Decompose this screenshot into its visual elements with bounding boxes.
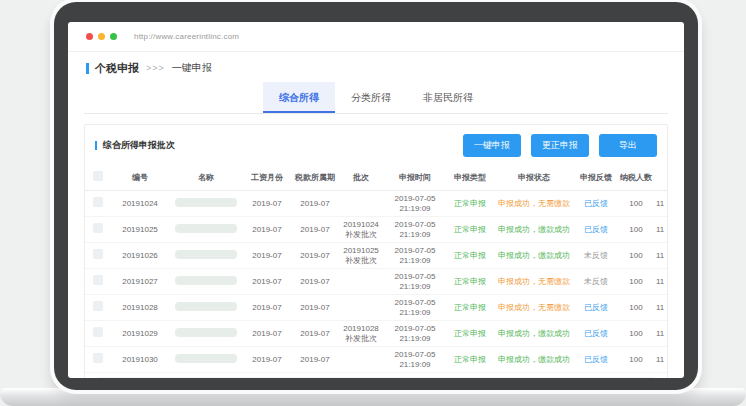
cell-name (169, 191, 243, 217)
row-checkbox[interactable] (93, 327, 103, 337)
breadcrumb-separator: >>> (146, 63, 165, 73)
row-checkbox[interactable] (93, 223, 103, 233)
col-header-batch: 批次 (339, 164, 383, 191)
cell-name (169, 347, 243, 373)
cell-name (169, 217, 243, 243)
redacted-name-placeholder (175, 224, 237, 233)
row-checkbox[interactable] (93, 197, 103, 207)
cell-taxpayer-count: 100 (617, 321, 655, 347)
address-bar[interactable]: http://www.careerintlinc.com (134, 32, 239, 41)
cell-declare-time: 2019-07-0521:19:09 (383, 217, 447, 243)
cell-batch: 20191024补发批次 (339, 217, 383, 243)
cell-declare-feedback: 已反馈 (575, 347, 617, 373)
cell-name (169, 269, 243, 295)
table-row: 20191030 2019-07 2019-07 2019-07-0521:19… (85, 347, 667, 373)
cell-declare-type: 正常申报 (447, 321, 493, 347)
correction-declare-button[interactable]: 更正申报 (531, 134, 589, 157)
col-header-tax-period: 税款所属期 (291, 164, 339, 191)
cell-declare-time: 2019-07-0521:19:09 (383, 347, 447, 373)
cell-id: 20191025 (111, 217, 169, 243)
browser-close-dot[interactable] (86, 33, 93, 40)
cell-tax-period: 2019-07 (291, 191, 339, 217)
cell-declare-feedback: 已反馈 (575, 321, 617, 347)
row-checkbox[interactable] (93, 249, 103, 259)
table-row: 20191026 2019-07 2019-07 20191025补发批次 20… (85, 243, 667, 269)
cell-declare-time: 2019-07-0521:19:09 (383, 269, 447, 295)
redacted-name-placeholder (175, 276, 237, 285)
redacted-name-placeholder (175, 328, 237, 337)
redacted-name-placeholder (175, 302, 237, 311)
cell-clipped: 11 (655, 295, 667, 321)
redacted-name-placeholder (175, 198, 237, 207)
cell-clipped: 11 (655, 191, 667, 217)
cell-tax-period: 2019-07 (291, 347, 339, 373)
cell-name (169, 321, 243, 347)
scrollbar-track[interactable] (96, 377, 656, 378)
cell-clipped: 11 (655, 269, 667, 295)
browser-maximize-dot[interactable] (110, 33, 117, 40)
cell-id: 20191027 (111, 269, 169, 295)
row-checkbox[interactable] (93, 275, 103, 285)
col-header-declare-feedback: 申报反馈 (575, 164, 617, 191)
cell-id: 20191026 (111, 243, 169, 269)
col-header-clipped (655, 164, 667, 191)
cell-batch: 20191025补发批次 (339, 243, 383, 269)
browser-minimize-dot[interactable] (98, 33, 105, 40)
cell-declare-feedback: 未反馈 (575, 243, 617, 269)
browser-toolbar: http://www.careerintlinc.com (68, 22, 684, 52)
row-checkbox[interactable] (93, 353, 103, 363)
cell-declare-type: 正常申报 (447, 295, 493, 321)
cell-declare-status: 申报成功，缴款成功 (493, 217, 575, 243)
cell-batch: 20191028补发批次 (339, 321, 383, 347)
row-checkbox[interactable] (93, 301, 103, 311)
cell-salary-month: 2019-07 (243, 269, 291, 295)
scroll-right-icon[interactable]: ▸ (656, 376, 664, 378)
cell-clipped: 11 (655, 217, 667, 243)
horizontal-scrollbar[interactable]: ◂ ▸ (88, 375, 664, 378)
accent-bar-icon (95, 141, 97, 150)
tab-classified-income[interactable]: 分类所得 (335, 82, 407, 113)
panel-header: 综合所得申报批次 一键申报 更正申报 导出 (85, 125, 667, 164)
col-header-name: 名称 (169, 164, 243, 191)
cell-declare-time: 2019-07-0521:19:09 (383, 243, 447, 269)
cell-declare-time: 2019-07-0521:19:09 (383, 321, 447, 347)
batch-table: 编号 名称 工资月份 税款所属期 批次 申报时间 申报类型 申报状态 申报反馈 … (85, 164, 667, 373)
laptop-base (0, 388, 746, 406)
cell-declare-feedback: 未反馈 (575, 269, 617, 295)
cell-salary-month: 2019-07 (243, 191, 291, 217)
cell-clipped: 11 (655, 347, 667, 373)
table-row: 20191027 2019-07 2019-07 2019-07-0521:19… (85, 269, 667, 295)
cell-declare-feedback: 已反馈 (575, 217, 617, 243)
cell-declare-feedback: 已反馈 (575, 191, 617, 217)
export-button[interactable]: 导出 (599, 134, 657, 157)
col-header-declare-status: 申报状态 (493, 164, 575, 191)
cell-declare-type: 正常申报 (447, 191, 493, 217)
cell-batch (339, 295, 383, 321)
col-header-declare-type: 申报类型 (447, 164, 493, 191)
tab-bar: 综合所得 分类所得 非居民所得 (84, 82, 668, 114)
cell-id: 20191029 (111, 321, 169, 347)
cell-tax-period: 2019-07 (291, 321, 339, 347)
cell-declare-type: 正常申报 (447, 243, 493, 269)
table-body: 20191024 2019-07 2019-07 2019-07-0521:19… (85, 191, 667, 373)
cell-declare-type: 正常申报 (447, 217, 493, 243)
page-subtitle: 一键申报 (172, 61, 212, 75)
select-all-checkbox[interactable] (93, 171, 103, 181)
tab-nonresident-income[interactable]: 非居民所得 (407, 82, 489, 113)
tab-comprehensive-income[interactable]: 综合所得 (263, 82, 335, 113)
cell-name (169, 295, 243, 321)
cell-batch (339, 347, 383, 373)
col-header-id: 编号 (111, 164, 169, 191)
cell-tax-period: 2019-07 (291, 295, 339, 321)
breadcrumb: 个税申报 >>> 一键申报 (86, 60, 684, 76)
cell-salary-month: 2019-07 (243, 243, 291, 269)
table-row: 20191029 2019-07 2019-07 20191028补发批次 20… (85, 321, 667, 347)
one-click-declare-button[interactable]: 一键申报 (463, 134, 521, 157)
table-row: 20191028 2019-07 2019-07 2019-07-0521:19… (85, 295, 667, 321)
col-header-salary-month: 工资月份 (243, 164, 291, 191)
cell-declare-time: 2019-07-0521:19:09 (383, 191, 447, 217)
scroll-left-icon[interactable]: ◂ (88, 376, 96, 378)
cell-salary-month: 2019-07 (243, 217, 291, 243)
redacted-name-placeholder (175, 250, 237, 259)
cell-clipped: 11 (655, 321, 667, 347)
